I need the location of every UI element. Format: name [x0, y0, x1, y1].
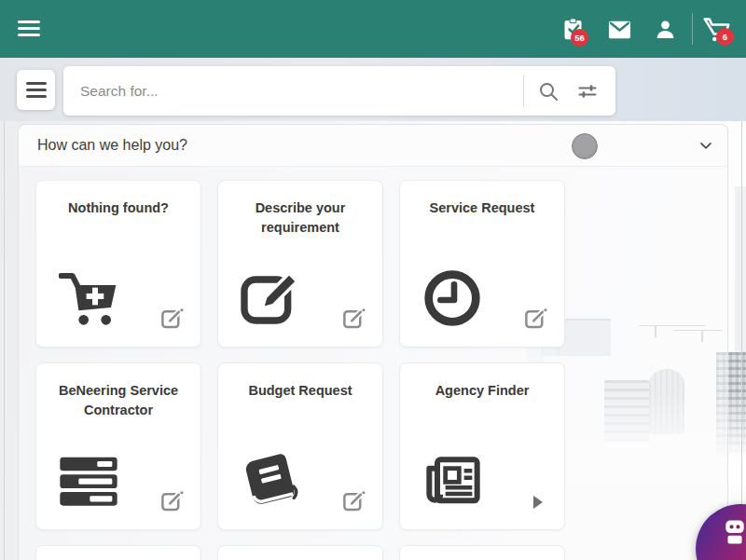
help-panel-header[interactable]: How can we help you? [19, 125, 727, 167]
card-describe-requirement[interactable]: Describe your requirement [217, 180, 383, 348]
edit-square-icon[interactable] [341, 488, 366, 513]
panel-title: How can we help you? [37, 137, 187, 154]
card-title: Budget Request [231, 381, 369, 401]
card-placeholder[interactable] [35, 545, 201, 560]
menu-icon[interactable] [18, 20, 40, 37]
chatbot-robot-icon [723, 519, 746, 543]
search-row [0, 58, 746, 121]
cart-button[interactable]: 6 [702, 16, 731, 43]
clock-icon [422, 268, 482, 328]
card-title: Nothing found? [49, 198, 187, 218]
tune-filter-icon[interactable] [576, 80, 599, 102]
newspaper-icon [422, 451, 482, 511]
search-input[interactable] [63, 66, 523, 116]
card-beneering-service-contractor[interactable]: BeNeering Service Contractor [35, 362, 201, 530]
search-box [63, 66, 615, 116]
chevron-down-icon[interactable] [697, 136, 715, 155]
hamburger-icon [26, 82, 47, 98]
server-icon [59, 451, 118, 511]
card-placeholder[interactable] [217, 545, 383, 560]
content-left-border [4, 121, 5, 560]
edit-square-icon[interactable] [341, 306, 366, 331]
edit-square-icon[interactable] [523, 306, 548, 331]
card-title: BeNeering Service Contractor [49, 381, 187, 420]
help-panel: How can we help you? Nothing found? [18, 124, 728, 560]
card-title: Describe your requirement [231, 198, 369, 238]
tasks-button[interactable]: 56 [560, 17, 586, 42]
search-icon[interactable] [537, 80, 560, 102]
spinner-circle [572, 133, 598, 159]
topbar-divider [692, 13, 693, 45]
card-title: Agency Finder [413, 381, 551, 401]
tasks-badge: 56 [571, 29, 588, 47]
mail-button[interactable] [607, 20, 632, 40]
user-icon [654, 28, 677, 44]
edit-square-icon[interactable] [159, 488, 185, 513]
mail-icon [607, 27, 632, 43]
caret-right-icon[interactable] [531, 494, 546, 511]
cart-plus-icon [59, 268, 118, 328]
account-button[interactable] [654, 18, 677, 41]
card-service-request[interactable]: Service Request [399, 180, 565, 348]
card-agency-finder[interactable]: Agency Finder [399, 362, 565, 530]
card-placeholder[interactable] [399, 545, 565, 560]
edit-square-icon[interactable] [159, 306, 185, 331]
cart-badge: 6 [716, 28, 734, 46]
card-title: Service Request [413, 198, 551, 218]
top-app-bar: 56 6 [0, 0, 746, 58]
catalog-menu-button[interactable] [17, 70, 55, 110]
tile-grid: Nothing found? [35, 180, 565, 560]
card-budget-request[interactable]: Budget Request [217, 362, 383, 530]
main-content: How can we help you? Nothing found? [0, 121, 746, 560]
compose-icon [241, 268, 300, 328]
book-icon [241, 451, 300, 511]
content-right-border [741, 121, 742, 560]
search-divider [523, 75, 524, 107]
card-nothing-found[interactable]: Nothing found? [35, 180, 201, 348]
